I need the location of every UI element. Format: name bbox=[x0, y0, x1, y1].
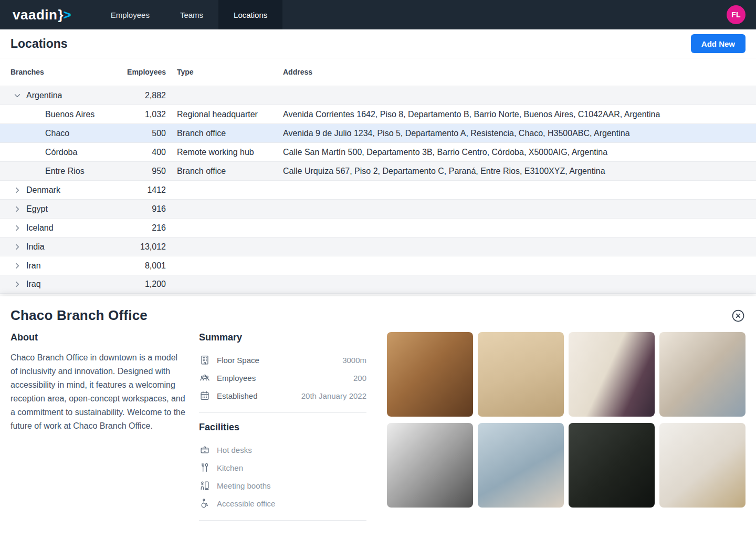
photo-man-laptop-bw bbox=[387, 423, 473, 508]
chevron-right-icon[interactable] bbox=[13, 224, 22, 232]
country-name: India bbox=[26, 242, 45, 252]
add-new-button[interactable]: Add New bbox=[691, 34, 746, 53]
summary-facilities-column: Summary Floor Space3000mEmployees200Esta… bbox=[199, 332, 366, 521]
branch-name: Córdoba bbox=[45, 148, 77, 157]
navbar-spacer bbox=[282, 0, 727, 29]
tree-row-buenos-aires[interactable]: Buenos Aires1,032Regional headquarterAve… bbox=[0, 105, 756, 123]
employee-count: 13,012 bbox=[116, 242, 166, 252]
photo-meeting-room bbox=[659, 423, 746, 508]
booth-icon bbox=[199, 480, 211, 491]
nav-tab-teams[interactable]: Teams bbox=[165, 0, 218, 29]
cell-branch: Entre Rios bbox=[10, 167, 116, 176]
page-header: Locations Add New bbox=[0, 29, 756, 58]
branch-name: Buenos Aires bbox=[45, 110, 94, 119]
user-avatar[interactable]: FL bbox=[727, 5, 746, 24]
branch-type: Remote working hub bbox=[166, 148, 283, 157]
employee-count: 216 bbox=[116, 223, 166, 233]
facilities-list: Hot desksKitchenMeeting boothsAccessible… bbox=[199, 441, 366, 512]
logo-wordmark: vaadin bbox=[13, 7, 57, 23]
facility-label: Meeting booths bbox=[217, 481, 271, 490]
logo-brace: } bbox=[58, 7, 63, 23]
photo-team-laptops bbox=[387, 332, 473, 417]
photo-dark-office bbox=[569, 423, 655, 508]
country-name: Argentina bbox=[26, 91, 62, 100]
detail-body: About Chaco Branch Office in downtown is… bbox=[10, 332, 746, 521]
photo-desk-overhead bbox=[478, 332, 564, 417]
branch-name: Chaco bbox=[45, 129, 69, 138]
nav-tab-locations[interactable]: Locations bbox=[218, 0, 282, 29]
summary-item-established: Established20th January 2022 bbox=[199, 387, 366, 405]
desk-icon bbox=[199, 444, 211, 456]
country-name: Egypt bbox=[26, 204, 48, 214]
country-name: Denmark bbox=[26, 185, 60, 195]
chevron-right-icon[interactable] bbox=[13, 205, 22, 213]
summary-label: Established bbox=[217, 391, 301, 400]
employee-count: 950 bbox=[116, 167, 166, 176]
facility-label: Hot desks bbox=[217, 446, 252, 454]
chevron-right-icon[interactable] bbox=[13, 243, 22, 251]
country-name: Iceland bbox=[26, 223, 54, 233]
country-name: Iraq bbox=[26, 280, 41, 289]
country-name: Iran bbox=[26, 261, 41, 271]
nav-tabs: EmployeesTeamsLocations bbox=[96, 0, 283, 29]
vaadin-logo[interactable]: vaadin } > bbox=[0, 0, 96, 29]
detail-title: Chaco Branch Office bbox=[10, 307, 731, 324]
branch-type: Branch office bbox=[166, 167, 283, 176]
grid-header-row: Branches Employees Type Address bbox=[0, 58, 756, 86]
summary-value: 20th January 2022 bbox=[301, 391, 366, 400]
chevron-right-icon[interactable] bbox=[13, 262, 22, 270]
employee-count: 1,200 bbox=[116, 280, 166, 289]
branch-type: Branch office bbox=[166, 129, 283, 138]
cell-branch: Iraq bbox=[10, 280, 116, 289]
summary-value: 3000m bbox=[342, 356, 366, 365]
calendar-icon bbox=[199, 390, 211, 401]
tree-row-denmark[interactable]: Denmark1412 bbox=[0, 180, 756, 199]
summary-item-floor-space: Floor Space3000m bbox=[199, 351, 366, 369]
cutlery-icon bbox=[199, 462, 211, 473]
tree-row-argentina[interactable]: Argentina2,882 bbox=[0, 86, 756, 105]
close-icon[interactable] bbox=[731, 308, 746, 323]
column-header-branches[interactable]: Branches bbox=[10, 68, 116, 76]
photo-gallery bbox=[387, 332, 746, 521]
employee-count: 500 bbox=[116, 129, 166, 138]
tree-row-iran[interactable]: Iran8,001 bbox=[0, 256, 756, 275]
summary-heading: Summary bbox=[199, 332, 366, 343]
branch-address: Calle San Martín 500, Departamento 3B, B… bbox=[283, 148, 746, 157]
tree-row-chaco[interactable]: Chaco500Branch officeAvenida 9 de Julio … bbox=[0, 123, 756, 142]
photo-office-discussion bbox=[659, 332, 746, 417]
cell-branch: Argentina bbox=[10, 91, 116, 100]
logo-arrow-icon: > bbox=[64, 7, 71, 23]
facilities-divider bbox=[199, 520, 366, 521]
locations-tree-grid: Branches Employees Type Address Argentin… bbox=[0, 58, 756, 294]
tree-row-iraq[interactable]: Iraq1,200 bbox=[0, 275, 756, 294]
employee-count: 1,032 bbox=[116, 110, 166, 119]
facility-label: Accessible office bbox=[217, 499, 275, 508]
nav-tab-employees[interactable]: Employees bbox=[96, 0, 165, 29]
building-icon bbox=[199, 354, 211, 366]
cell-branch: Iran bbox=[10, 261, 116, 271]
wheelchair-icon bbox=[199, 498, 211, 509]
branch-address: Avenida Corrientes 1642, Piso 8, Departa… bbox=[283, 110, 746, 119]
column-header-employees[interactable]: Employees bbox=[116, 68, 166, 76]
detail-header: Chaco Branch Office bbox=[10, 296, 746, 324]
tree-row-india[interactable]: India13,012 bbox=[0, 237, 756, 256]
chevron-right-icon[interactable] bbox=[13, 280, 22, 288]
column-header-type[interactable]: Type bbox=[166, 68, 283, 76]
chevron-right-icon[interactable] bbox=[13, 186, 22, 194]
facility-item-kitchen: Kitchen bbox=[199, 459, 366, 477]
people-icon bbox=[199, 372, 211, 384]
branch-name: Entre Rios bbox=[45, 167, 85, 176]
employee-count: 916 bbox=[116, 204, 166, 214]
tree-row-córdoba[interactable]: Córdoba400Remote working hubCalle San Ma… bbox=[0, 142, 756, 161]
branch-type: Regional headquarter bbox=[166, 110, 283, 119]
column-header-address[interactable]: Address bbox=[283, 68, 746, 76]
tree-row-iceland[interactable]: Iceland216 bbox=[0, 218, 756, 237]
page-title: Locations bbox=[10, 37, 691, 51]
cell-branch: Egypt bbox=[10, 204, 116, 214]
photo-wireframe-sketch bbox=[569, 332, 655, 417]
cell-branch: Denmark bbox=[10, 185, 116, 195]
chevron-down-icon[interactable] bbox=[13, 91, 22, 100]
summary-value: 200 bbox=[353, 374, 366, 382]
tree-row-entre-rios[interactable]: Entre Rios950Branch officeCalle Urquiza … bbox=[0, 161, 756, 180]
tree-row-egypt[interactable]: Egypt916 bbox=[0, 199, 756, 218]
